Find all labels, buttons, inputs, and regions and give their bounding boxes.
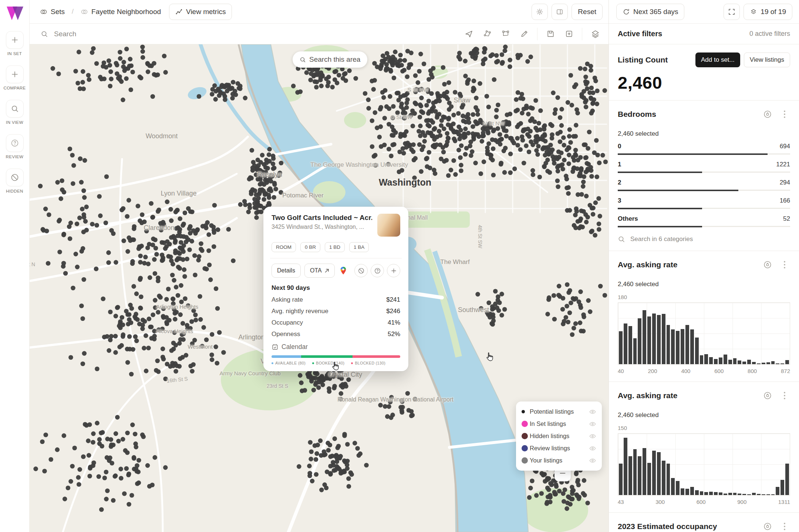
histogram-bar [762,494,765,495]
reset-button[interactable]: Reset [572,4,603,20]
histogram-bar [771,494,775,495]
histogram-bar [690,329,694,364]
set-icon [81,8,88,16]
kebab-icon [783,110,786,119]
draw-button[interactable] [516,26,532,42]
section-menu-button[interactable] [779,259,790,270]
pages-button[interactable]: 19 of 19 [744,4,792,20]
layers-icon [591,30,600,38]
histogram-bar [785,464,789,495]
asking-rate-section-1: Avg. asking rate 2,460 selected 180 4020… [609,251,799,382]
split-panel-button[interactable] [552,4,568,20]
histogram-bar [633,338,637,364]
asking-rate-histogram[interactable] [618,302,790,365]
lasso-select-button[interactable] [479,26,495,42]
focus-filter-button[interactable] [762,259,773,270]
divider [270,258,402,258]
histogram-bar [738,360,741,364]
focus-filter-button[interactable] [762,521,773,532]
histogram-bar [704,354,708,364]
sidebar-button-in-set[interactable] [6,31,24,49]
layers-button[interactable] [587,26,603,42]
plus-icon [10,70,19,79]
sidebar-button-in-view[interactable] [6,100,24,118]
breadcrumb-separator: / [72,8,74,16]
polygon-select-button[interactable] [498,26,514,42]
fullscreen-button[interactable] [724,4,740,20]
section-menu-button[interactable] [779,521,790,532]
sidebar-item-in-set: IN SET [0,31,29,56]
date-range-button[interactable]: Next 365 days [616,4,684,20]
listing-thumbnail[interactable] [377,214,400,237]
sidebar-button-review[interactable] [6,134,24,152]
breadcrumb-sets[interactable]: Sets [51,8,65,16]
category-search-input[interactable] [630,235,790,243]
eye-icon[interactable] [589,408,596,416]
section-menu-button[interactable] [779,390,790,401]
bedroom-filter-row[interactable]: 11221 [618,161,790,173]
x-axis-label: 800 [748,368,757,374]
search-row [30,24,608,44]
histogram-bar [747,494,751,495]
focus-filter-button[interactable] [762,390,773,401]
histogram-bar [657,452,661,495]
view-listings-button[interactable]: View listings [744,52,790,67]
search-input[interactable] [53,30,461,38]
bedroom-filter-row[interactable]: 2294 [618,179,790,191]
breadcrumb-set-name[interactable]: Fayette Neighborhood [91,8,161,16]
popup-period: Next 90 days [272,284,400,292]
ban-icon [358,267,365,274]
settings-button[interactable] [532,4,548,20]
histogram-bar [752,493,756,495]
pan-tool-button[interactable] [461,26,477,42]
ota-button[interactable]: OTA [304,264,335,278]
bedroom-filter-row[interactable]: 3166 [618,197,790,209]
save-button[interactable] [542,26,559,42]
view-metrics-button[interactable]: View metrics [169,4,232,20]
histogram-bar [647,463,651,495]
review-listing-button[interactable] [371,264,384,277]
calendar-segment-booked [301,355,353,358]
x-axis-label: 600 [697,499,706,505]
bedroom-filter-row[interactable]: 0694 [618,143,790,155]
search-this-area-button[interactable]: Search this area [293,51,367,68]
calendar-link[interactable]: Calendar [272,343,400,351]
section-menu-button[interactable] [779,109,790,120]
eye-icon[interactable] [589,433,596,440]
map[interactable]: S St NWShawO St NWN St NWWoodmontThe Geo… [30,44,608,532]
sidebar-button-hidden[interactable] [6,169,24,186]
legend-row: Review listings [522,442,596,454]
panel-scroll[interactable]: Listing Count Add to set... View listing… [609,44,799,532]
histogram-bar [624,323,627,364]
histogram-bar [766,362,770,364]
histogram-bar [781,363,784,364]
eye-icon[interactable] [589,445,596,452]
asking-rate-title: Avg. asking rate [618,391,677,400]
focus-filter-button[interactable] [762,109,773,120]
add-button[interactable] [561,26,577,42]
sidebar-item-review: REVIEW [0,134,29,159]
sidebar-label: COMPARE [3,86,26,90]
stat-row: Avg. nightly revenue$246 [272,305,400,317]
hide-listing-button[interactable] [354,264,368,277]
target-drop-icon [763,391,772,400]
add-listing-button[interactable] [387,264,400,277]
question-icon [374,267,381,274]
add-to-set-button[interactable]: Add to set... [695,52,740,67]
y-axis-max: 150 [618,425,790,431]
plus-square-icon [565,30,573,38]
histogram-bar [647,316,651,364]
sidebar-item-compare: COMPARE [0,65,29,90]
listing-count-title: Listing Count [618,55,668,64]
sidebar-label: REVIEW [6,155,24,159]
bedroom-filter-row[interactable]: Others52 [618,215,790,227]
sidebar-button-compare[interactable] [6,65,24,83]
send-cursor-icon [465,30,473,38]
google-maps-pin-icon[interactable] [338,266,348,275]
histogram-bar [652,314,656,364]
eye-icon[interactable] [589,457,596,464]
asking-rate-histogram[interactable] [618,433,790,495]
details-button[interactable]: Details [272,264,301,278]
eye-icon[interactable] [589,420,596,428]
help-icon [10,139,19,148]
